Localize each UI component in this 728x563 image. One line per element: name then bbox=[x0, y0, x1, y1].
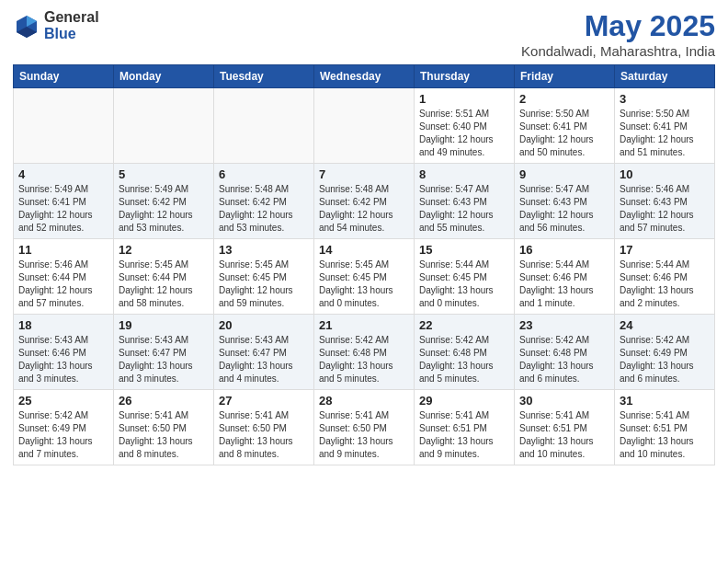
day-number: 21 bbox=[319, 318, 409, 332]
day-info: Sunrise: 5:41 AM Sunset: 6:51 PM Dayligh… bbox=[620, 409, 710, 461]
col-wednesday: Wednesday bbox=[314, 65, 415, 88]
day-number: 28 bbox=[319, 394, 409, 408]
col-monday: Monday bbox=[114, 65, 214, 88]
day-number: 17 bbox=[620, 243, 710, 257]
logo-icon bbox=[13, 12, 40, 40]
day-number: 16 bbox=[519, 243, 609, 257]
day-info: Sunrise: 5:42 AM Sunset: 6:49 PM Dayligh… bbox=[620, 334, 710, 385]
day-info: Sunrise: 5:49 AM Sunset: 6:42 PM Dayligh… bbox=[119, 183, 209, 235]
calendar-cell: 18Sunrise: 5:43 AM Sunset: 6:46 PM Dayli… bbox=[14, 315, 114, 390]
calendar-cell: 26Sunrise: 5:41 AM Sunset: 6:50 PM Dayli… bbox=[114, 390, 214, 465]
calendar-cell: 10Sunrise: 5:46 AM Sunset: 6:43 PM Dayli… bbox=[615, 164, 715, 239]
calendar-week-4: 18Sunrise: 5:43 AM Sunset: 6:46 PM Dayli… bbox=[14, 315, 715, 390]
day-number: 8 bbox=[419, 167, 509, 181]
day-info: Sunrise: 5:41 AM Sunset: 6:50 PM Dayligh… bbox=[119, 409, 209, 461]
calendar-cell: 15Sunrise: 5:44 AM Sunset: 6:45 PM Dayli… bbox=[415, 239, 515, 315]
day-number: 13 bbox=[219, 243, 309, 257]
calendar-cell: 6Sunrise: 5:48 AM Sunset: 6:42 PM Daylig… bbox=[214, 164, 314, 239]
day-info: Sunrise: 5:49 AM Sunset: 6:41 PM Dayligh… bbox=[18, 183, 108, 235]
day-info: Sunrise: 5:47 AM Sunset: 6:43 PM Dayligh… bbox=[419, 183, 509, 235]
calendar-cell: 23Sunrise: 5:42 AM Sunset: 6:48 PM Dayli… bbox=[515, 315, 615, 390]
day-info: Sunrise: 5:51 AM Sunset: 6:40 PM Dayligh… bbox=[419, 108, 509, 159]
calendar-cell: 4Sunrise: 5:49 AM Sunset: 6:41 PM Daylig… bbox=[14, 164, 114, 239]
title-block: May 2025 Kondalwadi, Maharashtra, India bbox=[521, 9, 715, 59]
calendar-cell: 7Sunrise: 5:48 AM Sunset: 6:42 PM Daylig… bbox=[314, 164, 415, 239]
day-number: 15 bbox=[419, 243, 509, 257]
day-info: Sunrise: 5:41 AM Sunset: 6:51 PM Dayligh… bbox=[519, 409, 609, 461]
day-number: 5 bbox=[119, 167, 209, 181]
day-number: 19 bbox=[119, 318, 209, 332]
day-info: Sunrise: 5:41 AM Sunset: 6:50 PM Dayligh… bbox=[219, 409, 309, 461]
calendar-cell: 5Sunrise: 5:49 AM Sunset: 6:42 PM Daylig… bbox=[114, 164, 214, 239]
calendar-cell: 17Sunrise: 5:44 AM Sunset: 6:46 PM Dayli… bbox=[615, 239, 715, 315]
calendar-cell: 3Sunrise: 5:50 AM Sunset: 6:41 PM Daylig… bbox=[615, 88, 715, 164]
calendar-cell: 8Sunrise: 5:47 AM Sunset: 6:43 PM Daylig… bbox=[415, 164, 515, 239]
day-info: Sunrise: 5:47 AM Sunset: 6:43 PM Dayligh… bbox=[519, 183, 609, 235]
day-info: Sunrise: 5:44 AM Sunset: 6:46 PM Dayligh… bbox=[620, 259, 710, 310]
day-info: Sunrise: 5:43 AM Sunset: 6:46 PM Dayligh… bbox=[18, 334, 108, 385]
calendar-cell: 29Sunrise: 5:41 AM Sunset: 6:51 PM Dayli… bbox=[415, 390, 515, 465]
day-number: 25 bbox=[18, 394, 108, 408]
day-info: Sunrise: 5:45 AM Sunset: 6:44 PM Dayligh… bbox=[119, 259, 209, 310]
day-info: Sunrise: 5:45 AM Sunset: 6:45 PM Dayligh… bbox=[219, 259, 309, 310]
col-friday: Friday bbox=[515, 65, 615, 88]
day-info: Sunrise: 5:44 AM Sunset: 6:45 PM Dayligh… bbox=[419, 259, 509, 310]
day-number: 3 bbox=[620, 92, 710, 106]
calendar-cell: 14Sunrise: 5:45 AM Sunset: 6:45 PM Dayli… bbox=[314, 239, 415, 315]
day-info: Sunrise: 5:46 AM Sunset: 6:43 PM Dayligh… bbox=[620, 183, 710, 235]
calendar-cell bbox=[314, 88, 415, 164]
calendar-cell: 2Sunrise: 5:50 AM Sunset: 6:41 PM Daylig… bbox=[515, 88, 615, 164]
day-number: 10 bbox=[620, 167, 710, 181]
day-info: Sunrise: 5:42 AM Sunset: 6:48 PM Dayligh… bbox=[419, 334, 509, 385]
calendar-cell: 31Sunrise: 5:41 AM Sunset: 6:51 PM Dayli… bbox=[615, 390, 715, 465]
day-info: Sunrise: 5:42 AM Sunset: 6:49 PM Dayligh… bbox=[18, 409, 108, 461]
day-number: 23 bbox=[519, 318, 609, 332]
day-number: 4 bbox=[18, 167, 108, 181]
day-info: Sunrise: 5:43 AM Sunset: 6:47 PM Dayligh… bbox=[219, 334, 309, 385]
day-info: Sunrise: 5:41 AM Sunset: 6:50 PM Dayligh… bbox=[319, 409, 409, 461]
day-number: 11 bbox=[18, 243, 108, 257]
calendar-cell: 24Sunrise: 5:42 AM Sunset: 6:49 PM Dayli… bbox=[615, 315, 715, 390]
calendar-table: Sunday Monday Tuesday Wednesday Thursday… bbox=[13, 64, 715, 465]
day-number: 27 bbox=[219, 394, 309, 408]
calendar-week-2: 4Sunrise: 5:49 AM Sunset: 6:41 PM Daylig… bbox=[14, 164, 715, 239]
day-number: 31 bbox=[620, 394, 710, 408]
day-number: 20 bbox=[219, 318, 309, 332]
day-number: 30 bbox=[519, 394, 609, 408]
col-sunday: Sunday bbox=[14, 65, 114, 88]
logo-text: General Blue bbox=[44, 9, 99, 41]
calendar-cell: 28Sunrise: 5:41 AM Sunset: 6:50 PM Dayli… bbox=[314, 390, 415, 465]
day-number: 22 bbox=[419, 318, 509, 332]
calendar-cell bbox=[114, 88, 214, 164]
col-thursday: Thursday bbox=[415, 65, 515, 88]
day-number: 9 bbox=[519, 167, 609, 181]
calendar-cell: 20Sunrise: 5:43 AM Sunset: 6:47 PM Dayli… bbox=[214, 315, 314, 390]
calendar-week-1: 1Sunrise: 5:51 AM Sunset: 6:40 PM Daylig… bbox=[14, 88, 715, 164]
day-info: Sunrise: 5:48 AM Sunset: 6:42 PM Dayligh… bbox=[319, 183, 409, 235]
calendar-cell bbox=[14, 88, 114, 164]
logo-blue-text: Blue bbox=[44, 26, 99, 42]
header: General Blue May 2025 Kondalwadi, Mahara… bbox=[13, 9, 715, 59]
calendar-cell: 21Sunrise: 5:42 AM Sunset: 6:48 PM Dayli… bbox=[314, 315, 415, 390]
day-number: 14 bbox=[319, 243, 409, 257]
main-title: May 2025 bbox=[521, 9, 715, 43]
logo: General Blue bbox=[13, 9, 99, 41]
day-number: 7 bbox=[319, 167, 409, 181]
logo-general-text: General bbox=[44, 9, 99, 26]
day-info: Sunrise: 5:42 AM Sunset: 6:48 PM Dayligh… bbox=[519, 334, 609, 385]
calendar-header-row: Sunday Monday Tuesday Wednesday Thursday… bbox=[14, 65, 715, 88]
day-info: Sunrise: 5:50 AM Sunset: 6:41 PM Dayligh… bbox=[519, 108, 609, 159]
subtitle: Kondalwadi, Maharashtra, India bbox=[521, 43, 715, 59]
day-number: 1 bbox=[419, 92, 509, 106]
calendar-week-3: 11Sunrise: 5:46 AM Sunset: 6:44 PM Dayli… bbox=[14, 239, 715, 315]
day-number: 6 bbox=[219, 167, 309, 181]
calendar-cell: 13Sunrise: 5:45 AM Sunset: 6:45 PM Dayli… bbox=[214, 239, 314, 315]
day-number: 2 bbox=[519, 92, 609, 106]
calendar-cell: 9Sunrise: 5:47 AM Sunset: 6:43 PM Daylig… bbox=[515, 164, 615, 239]
day-info: Sunrise: 5:44 AM Sunset: 6:46 PM Dayligh… bbox=[519, 259, 609, 310]
calendar-cell: 27Sunrise: 5:41 AM Sunset: 6:50 PM Dayli… bbox=[214, 390, 314, 465]
day-number: 26 bbox=[119, 394, 209, 408]
calendar-cell: 22Sunrise: 5:42 AM Sunset: 6:48 PM Dayli… bbox=[415, 315, 515, 390]
day-info: Sunrise: 5:42 AM Sunset: 6:48 PM Dayligh… bbox=[319, 334, 409, 385]
calendar-cell: 30Sunrise: 5:41 AM Sunset: 6:51 PM Dayli… bbox=[515, 390, 615, 465]
